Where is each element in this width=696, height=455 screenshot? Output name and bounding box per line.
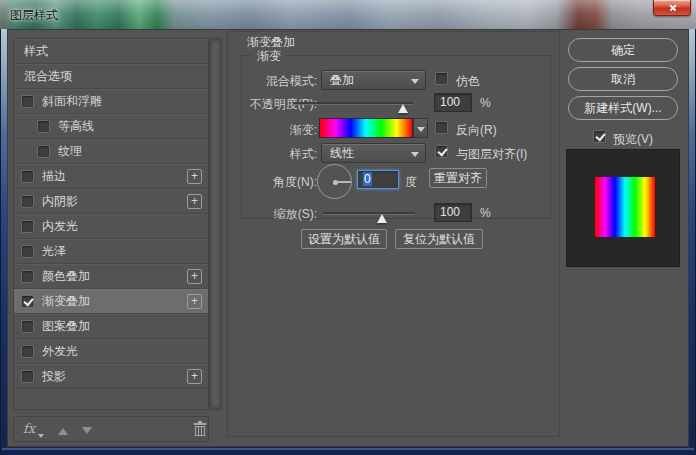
sidebar-item-gradient-overlay[interactable]: 渐变叠加 +	[14, 289, 208, 314]
sidebar-item-satin[interactable]: 光泽	[14, 239, 208, 264]
add-effect-button[interactable]: +	[187, 169, 202, 184]
sidebar-item-label: 渐变叠加	[42, 293, 90, 310]
dither-label[interactable]: 仿色	[456, 73, 480, 90]
sidebar-item-label: 内发光	[42, 218, 78, 235]
title-bar[interactable]: 图层样式	[0, 0, 696, 29]
angle-input[interactable]: 0	[357, 170, 399, 189]
opacity-slider-thumb[interactable]	[398, 99, 408, 113]
move-effect-down-icon[interactable]	[82, 427, 92, 439]
close-button[interactable]	[653, 0, 691, 16]
angle-unit: 度	[405, 174, 417, 191]
checkbox[interactable]	[21, 320, 34, 333]
sidebar-item-label: 内阴影	[42, 193, 78, 210]
scale-input[interactable]: 100	[434, 203, 472, 222]
sidebar-item-label: 混合选项	[24, 68, 72, 85]
add-effect-button[interactable]: +	[187, 194, 202, 209]
preview-gradient-swatch	[595, 177, 655, 237]
preview-checkbox[interactable]	[593, 130, 606, 143]
styles-scrollbar[interactable]	[209, 38, 222, 410]
checkbox[interactable]	[21, 245, 34, 258]
window-title: 图层样式	[10, 7, 58, 24]
checkbox[interactable]	[37, 145, 50, 158]
checkbox[interactable]	[21, 345, 34, 358]
angle-label: 角度(N):	[233, 174, 317, 191]
new-style-button[interactable]: 新建样式(W)...	[568, 96, 678, 120]
sidebar-item-blending-options[interactable]: 混合选项	[14, 64, 208, 89]
cancel-button[interactable]: 取消	[568, 67, 678, 91]
preview-label[interactable]: 预览(V)	[613, 131, 653, 148]
sidebar-item-label: 纹理	[58, 143, 82, 160]
reset-alignment-button[interactable]: 重置对齐	[429, 168, 487, 188]
sidebar-item-drop-shadow[interactable]: 投影 +	[14, 364, 208, 389]
gradient-swatch[interactable]	[319, 118, 413, 138]
add-effect-button[interactable]: +	[187, 369, 202, 384]
checkbox[interactable]	[21, 170, 34, 183]
close-icon	[669, 4, 677, 12]
blend-mode-label: 混合模式:	[233, 73, 317, 90]
sidebar-item-label: 颜色叠加	[42, 268, 90, 285]
sidebar-item-label: 等高线	[58, 118, 94, 135]
ok-button[interactable]: 确定	[568, 38, 678, 62]
add-effect-button[interactable]: +	[187, 294, 202, 309]
window-frame-edge	[2, 448, 694, 450]
add-effect-button[interactable]: +	[187, 269, 202, 284]
style-value: 线性	[330, 146, 354, 160]
reverse-label[interactable]: 反向(R)	[456, 122, 497, 139]
sidebar-item-label: 样式	[24, 43, 48, 60]
sidebar-item-label: 外发光	[42, 343, 78, 360]
fx-menu-button[interactable]: fx	[23, 421, 35, 436]
checkbox[interactable]	[21, 220, 34, 233]
set-default-button[interactable]: 设置为默认值	[301, 229, 387, 249]
style-label: 样式:	[233, 146, 317, 163]
sidebar-item-styles[interactable]: 样式	[14, 39, 208, 64]
blend-mode-value: 叠加	[330, 73, 354, 87]
sidebar-item-contour[interactable]: 等高线	[14, 114, 208, 139]
opacity-unit: %	[480, 96, 491, 110]
sidebar-item-stroke[interactable]: 描边 +	[14, 164, 208, 189]
align-with-layer-label[interactable]: 与图层对齐(I)	[456, 146, 527, 163]
dither-checkbox[interactable]	[435, 72, 448, 85]
opacity-input[interactable]: 100	[434, 93, 472, 112]
blend-mode-select[interactable]: 叠加	[321, 70, 426, 90]
sidebar-item-label: 描边	[42, 168, 66, 185]
sidebar-item-label: 斜面和浮雕	[42, 93, 102, 110]
sidebar-item-pattern-overlay[interactable]: 图案叠加	[14, 314, 208, 339]
checkbox[interactable]	[21, 95, 34, 108]
angle-dial[interactable]	[317, 164, 352, 199]
reset-default-button[interactable]: 复位为默认值	[395, 229, 483, 249]
gradient-picker-arrow-icon[interactable]	[413, 118, 428, 138]
angle-value: 0	[363, 172, 372, 186]
opacity-slider[interactable]	[293, 102, 413, 105]
checkbox[interactable]	[21, 270, 34, 283]
sidebar-item-outer-glow[interactable]: 外发光	[14, 339, 208, 364]
effects-toolbar: fx	[13, 416, 209, 442]
gradient-label: 渐变:	[233, 122, 317, 139]
sidebar-item-inner-glow[interactable]: 内发光	[14, 214, 208, 239]
checkbox[interactable]	[21, 295, 34, 308]
scale-slider[interactable]	[323, 212, 415, 215]
gradient-group-title: 渐变	[252, 48, 286, 65]
sidebar-item-inner-shadow[interactable]: 内阴影 +	[14, 189, 208, 214]
gradient-overlay-panel: 渐变叠加 渐变 混合模式: 叠加 仿色 不透明度(P): 100 % 渐变: 反…	[227, 31, 560, 437]
sidebar-item-bevel-emboss[interactable]: 斜面和浮雕	[14, 89, 208, 114]
sidebar-item-label: 光泽	[42, 243, 66, 260]
sidebar-item-label: 图案叠加	[42, 318, 90, 335]
style-select[interactable]: 线性	[321, 143, 426, 163]
delete-effect-icon[interactable]	[194, 422, 206, 437]
scale-label: 缩放(S):	[233, 206, 317, 223]
checkbox[interactable]	[21, 195, 34, 208]
reverse-checkbox[interactable]	[435, 121, 448, 134]
effects-list: 样式 混合选项 斜面和浮雕 等高线 纹理 描边 + 内阴影 + 内发	[13, 38, 209, 410]
sidebar-item-color-overlay[interactable]: 颜色叠加 +	[14, 264, 208, 289]
preview-thumbnail	[566, 149, 680, 267]
scale-unit: %	[480, 206, 491, 220]
align-with-layer-checkbox[interactable]	[435, 145, 448, 158]
checkbox[interactable]	[37, 120, 50, 133]
scrollbar-thumb[interactable]	[212, 41, 219, 407]
sidebar-item-texture[interactable]: 纹理	[14, 139, 208, 164]
sidebar-item-label: 投影	[42, 368, 66, 385]
fx-menu-caret-icon	[38, 434, 44, 441]
scale-slider-thumb[interactable]	[377, 209, 387, 223]
move-effect-up-icon[interactable]	[58, 423, 68, 435]
checkbox[interactable]	[21, 370, 34, 383]
